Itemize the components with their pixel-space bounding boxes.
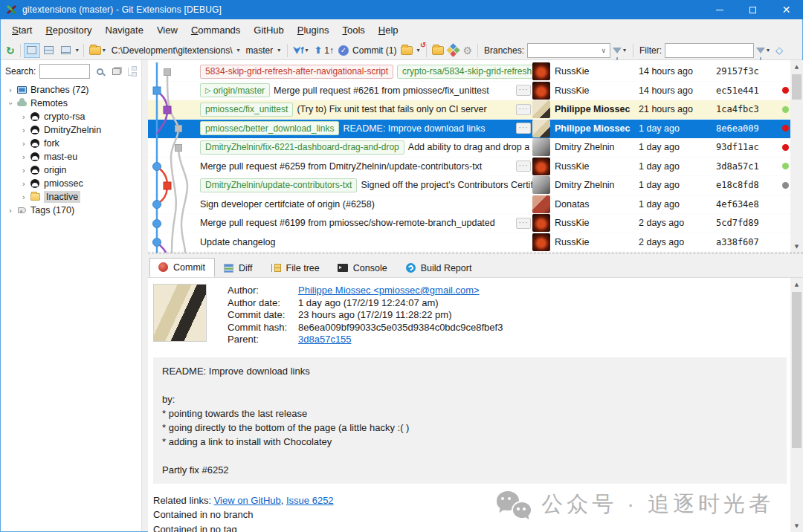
menu-item-plugins[interactable]: Plugins [291,22,336,39]
menu-item-repository[interactable]: Repository [39,22,98,39]
panel-scrollbar[interactable]: ▲ ▼ [790,278,803,532]
branch-badge[interactable]: crypto-rsa/5834-skip-grid-refresh... [397,65,532,79]
grid-scrollbar[interactable]: ▲ ▼ [790,60,803,253]
tree-layout-button[interactable] [126,65,138,78]
refresh-button[interactable]: ↻ [4,43,17,58]
tab-file-tree[interactable]: File tree [262,259,329,277]
commit-message[interactable]: README: Improve download links by: * poi… [153,357,787,484]
chevron-right-icon[interactable]: › [19,179,29,189]
scroll-up-icon[interactable]: ▲ [790,60,803,73]
push-up-icon: ⬆ [314,45,322,56]
search-button[interactable] [94,65,106,78]
sidebar-item-remotes[interactable]: ›Remotes [1,97,141,110]
menu-item-start[interactable]: Start [5,22,39,39]
related-link[interactable]: View on GitHub [214,495,281,506]
table-row[interactable]: Update changelogRussKie2 days agoa338f60… [148,233,790,253]
gitflow-button[interactable] [446,44,460,56]
table-row[interactable]: DmitryZhelnin/fix-6221-dashboard-drag-an… [148,138,790,158]
maximize-button[interactable] [736,0,770,19]
toggle-diamond-button[interactable]: ◇ [773,43,785,57]
chevron-right-icon[interactable]: › [5,206,16,215]
chevron-right-icon[interactable]: › [19,192,29,202]
github-icon [29,111,41,122]
tab-commit[interactable]: Commit [149,258,215,277]
menu-item-tools[interactable]: Tools [335,22,371,39]
more-button[interactable]: ··· [516,85,531,96]
tab-build-report[interactable]: Build Report [397,259,482,277]
sidebar-item-dmitryzhelnin[interactable]: ›DmitryZhelnin [1,123,141,137]
table-row[interactable]: Merge pull request #6199 from pmiossec/s… [148,214,790,233]
tab-diff[interactable]: Diff [215,259,262,277]
branch-badge[interactable]: DmitryZhelnin/update-contributors-txt [200,178,357,192]
layout-dropdown-arrow[interactable]: ▾ [76,47,79,53]
open-repo-button[interactable]: ▾ [87,45,109,56]
tab-console[interactable]: Console [329,259,397,277]
menu-item-view[interactable]: View [150,22,184,39]
close-button[interactable]: ✕ [770,0,803,19]
table-row[interactable]: 5834-skip-grid-refresh-after-navigationa… [148,62,790,82]
pull-button[interactable]: ⮟f▾ [291,44,312,57]
push-button[interactable]: ⬆1↑ [312,43,336,57]
chevron-right-icon[interactable]: › [19,166,29,175]
chevron-right-icon[interactable]: › [19,112,29,122]
browse-button[interactable] [430,45,446,56]
horizontal-splitter[interactable] [148,253,803,258]
branches-filter-button[interactable]: ▾ [610,45,630,55]
settings-button[interactable]: ⚙ [460,43,474,58]
chevron-down-icon[interactable]: › [6,98,16,108]
chevron-right-icon[interactable]: › [19,126,29,135]
layout-compact-button[interactable] [58,43,74,58]
menu-item-github[interactable]: GitHub [247,22,290,39]
scroll-down-icon[interactable]: ▼ [790,240,803,253]
chevron-right-icon[interactable]: › [19,152,29,162]
table-row[interactable]: ▷origin/masterMerge pull request #6261 f… [148,82,790,101]
minimize-button[interactable] [703,0,736,19]
branch-badge[interactable]: pmiossec/better_download_links [200,121,339,135]
build-status-cell [780,125,790,132]
sidebar-item-inactive[interactable]: ›Inactive [1,190,141,204]
cascade-button[interactable] [110,65,123,78]
sidebar-item-branches-72-[interactable]: ›Branches (72) [1,83,141,97]
scroll-up-icon[interactable]: ▲ [790,278,803,291]
more-button[interactable]: ··· [516,160,531,172]
branch-badge[interactable]: 5834-skip-grid-refresh-after-navigationa… [200,65,393,79]
author-cell: Dmitry Zhelnin [555,142,639,152]
scroll-down-icon[interactable]: ▼ [790,519,803,532]
layout-split-button[interactable] [41,43,57,58]
commit-button[interactable]: ✓Commit (1) [336,44,399,57]
more-button[interactable]: ··· [516,123,531,134]
checkout-button[interactable]: ↺▾ [399,45,423,56]
vertical-splitter[interactable] [142,60,148,531]
branch-badge[interactable]: pmiossec/fix_unittest [200,103,293,117]
sidebar-item-tags-170-[interactable]: ›Tags (170) [1,204,141,217]
search-input[interactable] [39,64,90,79]
chevron-right-icon[interactable]: › [5,85,16,95]
table-row[interactable]: pmiossec/better_download_linksREADME: Im… [148,120,790,139]
commit-field-value[interactable]: 3d8a57c155 [298,334,352,346]
table-row[interactable]: DmitryZhelnin/update-contributors-txtSig… [148,176,790,195]
table-row[interactable]: Merge pull request #6259 from DmitryZhel… [148,158,790,177]
sidebar-item-origin[interactable]: ›origin [1,163,141,177]
filter-input[interactable] [665,43,754,58]
table-row[interactable]: Sign developer certifciate of origin (#6… [148,195,790,215]
sidebar-item-fork[interactable]: ›fork [1,137,141,150]
menu-item-help[interactable]: Help [372,22,405,39]
sidebar-item-crypto-rsa[interactable]: ›crypto-rsa [1,110,141,123]
chevron-right-icon[interactable]: › [19,139,29,149]
layout-full-button[interactable] [24,43,40,58]
related-link[interactable]: Issue 6252 [286,495,334,506]
more-button[interactable]: ··· [516,104,531,115]
sidebar-item-pmiossec[interactable]: ›pmiossec [1,177,141,190]
branches-combobox[interactable]: ∨ [527,43,610,58]
branch-badge[interactable]: DmitryZhelnin/fix-6221-dashboard-drag-an… [200,140,404,155]
commit-field-value[interactable]: Philippe Miossec <pmiossec@gmail.com> [298,285,480,297]
sidebar-item-mast-eu[interactable]: ›mast-eu [1,150,141,163]
branch-badge[interactable]: ▷origin/master [200,83,270,97]
repo-path-selector[interactable]: C:\Development\gitextensions\▾ [109,44,244,57]
menu-item-navigate[interactable]: Navigate [99,22,150,39]
table-row[interactable]: pmiossec/fix_unittest(Try to) Fix unit t… [148,100,790,120]
branch-selector[interactable]: master▾ [244,44,285,57]
menu-item-commands[interactable]: Commands [184,22,247,39]
more-button[interactable]: ··· [516,218,531,229]
filter-funnel-button[interactable]: ▾ [754,45,773,55]
